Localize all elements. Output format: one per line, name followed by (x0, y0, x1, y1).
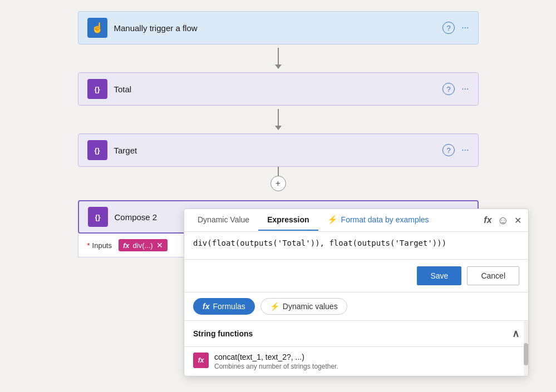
trigger-icon: ☝ (87, 18, 107, 38)
bottom-tab-dynamic-values[interactable]: ⚡ Dynamic values (260, 298, 347, 315)
panel-close-icon[interactable]: ✕ (514, 215, 521, 226)
line-top (278, 167, 279, 176)
cancel-button[interactable]: Cancel (467, 266, 519, 285)
scrollbar-thumb[interactable] (524, 343, 528, 365)
token-label: div(...) (133, 241, 153, 250)
expression-panel: Dynamic Value Expression ⚡ Format data b… (184, 209, 529, 376)
save-button[interactable]: Save (417, 266, 461, 285)
formula-text: div(float(outputs('Total')), float(outpu… (193, 239, 446, 247)
trigger-actions: ? ··· (442, 22, 469, 34)
concat-desc: Combines any number of strings together. (214, 363, 519, 370)
dynamic-values-icon: ⚡ (270, 302, 279, 311)
total-label: Total (114, 85, 443, 94)
target-help-icon[interactable]: ? (442, 144, 455, 156)
scrollbar[interactable] (524, 321, 528, 376)
panel-fx-icon[interactable]: fx (484, 215, 491, 225)
inputs-label: Inputs (92, 241, 112, 250)
token-close-icon[interactable]: ✕ (156, 241, 163, 250)
format-data-lightning-icon: ⚡ (327, 215, 338, 225)
concat-name[interactable]: concat(text_1, text_2?, ...) (214, 353, 519, 361)
string-functions-section: String functions ∧ fx concat(text_1, tex… (184, 321, 528, 376)
token-fx-icon: fx (123, 241, 130, 250)
target-more-icon[interactable]: ··· (461, 145, 469, 155)
bottom-tabs: fx Formulas ⚡ Dynamic values (184, 292, 528, 321)
tab-expression[interactable]: Expression (258, 210, 318, 231)
concat-row: fx concat(text_1, text_2?, ...) Combines… (184, 347, 528, 376)
bottom-tab-formulas[interactable]: fx Formulas (193, 298, 255, 315)
tab-dynamic-value-label: Dynamic Value (198, 215, 249, 224)
total-icon: {} (87, 79, 107, 99)
total-help-icon[interactable]: ? (442, 83, 455, 95)
tab-format-data[interactable]: ⚡ Format data by examples (318, 209, 438, 231)
total-more-icon[interactable]: ··· (461, 84, 469, 94)
tab-dynamic-value[interactable]: Dynamic Value (189, 210, 258, 231)
add-step-button[interactable]: + (270, 176, 286, 191)
inputs-required-star: * (87, 241, 90, 250)
target-node: {} Target ? ··· (78, 133, 479, 167)
string-functions-collapse-icon[interactable]: ∧ (512, 328, 519, 340)
arrow-head-2 (275, 126, 282, 130)
trigger-node: ☝ Manually trigger a flow ? ··· (78, 11, 479, 44)
trigger-label: Manually trigger a flow (114, 23, 443, 33)
panel-smiley-icon[interactable]: ☺ (498, 214, 509, 227)
target-label: Target (114, 146, 443, 155)
arrow-plus-container: + (275, 167, 282, 200)
arrow-1 (275, 44, 282, 72)
panel-icons: fx ☺ ✕ (484, 214, 524, 227)
concat-info: concat(text_1, text_2?, ...) Combines an… (214, 353, 519, 370)
arrow-2 (275, 106, 282, 133)
target-actions: ? ··· (442, 144, 469, 156)
expression-tabs: Dynamic Value Expression ⚡ Format data b… (184, 209, 528, 232)
arrow-line-1 (278, 48, 279, 64)
total-actions: ? ··· (442, 83, 469, 95)
formulas-label: Formulas (213, 302, 245, 311)
concat-fx-icon: fx (193, 353, 209, 368)
formula-area[interactable]: div(float(outputs('Total')), float(outpu… (184, 232, 528, 260)
target-icon: {} (87, 140, 107, 160)
expression-buttons: Save Cancel (184, 260, 528, 292)
token-chip[interactable]: fx div(...) ✕ (119, 239, 168, 251)
compose2-icon: {} (88, 207, 108, 227)
trigger-help-icon[interactable]: ? (442, 22, 455, 34)
tab-format-data-label: Format data by examples (341, 215, 429, 224)
dynamic-values-label: Dynamic values (283, 302, 338, 311)
arrow-head-1 (275, 64, 282, 69)
tab-expression-label: Expression (267, 215, 309, 224)
formulas-fx-icon: fx (203, 302, 209, 311)
string-functions-title: String functions (193, 329, 253, 338)
arrow-line-2 (278, 109, 279, 126)
trigger-more-icon[interactable]: ··· (461, 23, 469, 33)
string-functions-header: String functions ∧ (184, 321, 528, 347)
total-node: {} Total ? ··· (78, 72, 479, 106)
